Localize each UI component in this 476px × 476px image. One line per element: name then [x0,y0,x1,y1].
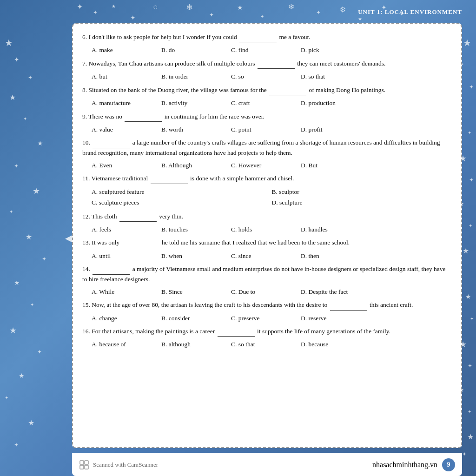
option-6c: C. find [231,45,301,55]
options-row-11: A. sculptured feature B. sculptor C. scu… [92,187,452,208]
options-row-16: A. because of B. although C. so that D. … [92,339,452,350]
question-8: 8. Situated on the bank of the Duong riv… [82,86,452,95]
main-content-card: 6. I don't like to ask people for help b… [72,23,462,448]
question-14: 14. a majority of Vietnamese small and m… [82,264,452,284]
option-12b: B. touches [161,225,231,235]
option-9b: B. worth [161,125,231,135]
blank-16 [218,327,255,337]
blank-13 [122,238,159,248]
option-11c: C. sculpture pieces [92,198,272,208]
blank-15 [330,300,367,310]
question-13: 13. It was only he told me his surname t… [82,238,452,248]
option-12a: A. feels [92,225,161,235]
question-15: 15. Now, at the age of over 80, the arti… [82,300,452,310]
option-6a: A. make [92,45,161,55]
website-text: nhasachminhthang.vn [372,461,437,469]
option-7b: B. in order [161,72,231,82]
option-10d: D. But [301,160,370,171]
option-11a: A. sculptured feature [92,187,272,198]
svg-rect-0 [80,461,84,464]
question-10: 10. a large number of the country's craf… [82,138,452,158]
question-11: 11. Vietnamese traditional is done with … [82,174,452,184]
options-row-12: A. feels B. touches C. holds D. handles [92,225,452,235]
option-16b: B. although [161,339,231,350]
blank-9 [125,112,162,122]
blank-7 [258,59,295,69]
option-6d: D. pick [301,45,370,55]
option-13c: C. since [231,251,301,261]
option-13a: A. until [92,251,161,261]
blank-14 [93,264,130,274]
scanner-icon [79,460,89,470]
option-10a: A. Even [92,160,161,171]
option-14d: D. Despite the fact [301,287,370,297]
unit-header: UNIT 1: LOCAL ENVIRONMENT [358,8,462,16]
blank-12 [119,212,157,222]
footer-left: Scanned with CamScanner [79,460,158,470]
options-row-14: A. While B. Since C. Due to D. Despite t… [92,287,452,297]
option-7c: C. so [231,72,301,82]
option-8d: D. production [301,98,370,108]
options-row-13: A. until B. when C. since D. then [92,251,452,261]
option-7d: D. so that [301,72,370,82]
option-14c: C. Due to [231,287,301,297]
option-16c: C. so that [231,339,301,350]
options-row-15: A. change B. consider C. preserve D. res… [92,313,452,324]
option-15b: B. consider [161,313,231,324]
option-8b: B. activity [161,98,231,108]
options-row-8: A. manufacture B. activity C. craft D. p… [92,98,452,108]
options-row-10: A. Even B. Although C. However D. But [92,160,452,171]
option-10c: C. However [231,160,301,171]
option-16a: A. because of [92,339,161,350]
option-15c: C. preserve [231,313,301,324]
option-12d: D. handles [301,225,370,235]
option-9a: A. value [92,125,161,135]
blank-11 [151,174,188,184]
option-6b: B. do [161,45,231,55]
option-11b: B. sculptor [272,187,452,198]
question-7: 7. Nowadays, Tan Chau artisans can produ… [82,59,452,69]
question-16: 16. For that artisans, making the painti… [82,327,452,337]
option-12c: C. holds [231,225,301,235]
option-14a: A. While [92,287,161,297]
footer-bar: Scanned with CamScanner nhasachminhthang… [72,453,462,476]
question-9: 9. There was no in continuing for him th… [82,112,452,122]
option-13d: D. then [301,251,370,261]
option-9d: D. profit [301,125,370,135]
option-8a: A. manufacture [92,98,161,108]
options-row-6: A. make B. do C. find D. pick [92,45,452,55]
option-14b: B. Since [161,287,231,297]
svg-rect-1 [85,461,88,464]
scanner-text: Scanned with CamScanner [93,461,158,469]
option-8c: C. craft [231,98,301,108]
option-13b: B. when [161,251,231,261]
question-6: 6. I don't like to ask people for help b… [82,33,452,42]
footer-right: nhasachminhthang.vn 9 [372,458,455,471]
svg-rect-3 [85,465,88,469]
option-9c: C. point [231,125,301,135]
blank-8 [269,86,306,95]
blank-10 [93,138,130,148]
blank-6 [239,33,277,42]
question-12: 12. This cloth very thin. [82,212,452,222]
option-7a: A. but [92,72,161,82]
option-15d: D. reserve [301,313,370,324]
option-11d: D. sculpture [272,198,452,208]
options-row-9: A. value B. worth C. point D. profit [92,125,452,135]
svg-rect-2 [80,465,84,469]
page-number: 9 [442,458,455,471]
options-row-7: A. but B. in order C. so D. so that [92,72,452,82]
option-15a: A. change [92,313,161,324]
option-16d: D. because [301,339,370,350]
option-10b: B. Although [161,160,231,171]
